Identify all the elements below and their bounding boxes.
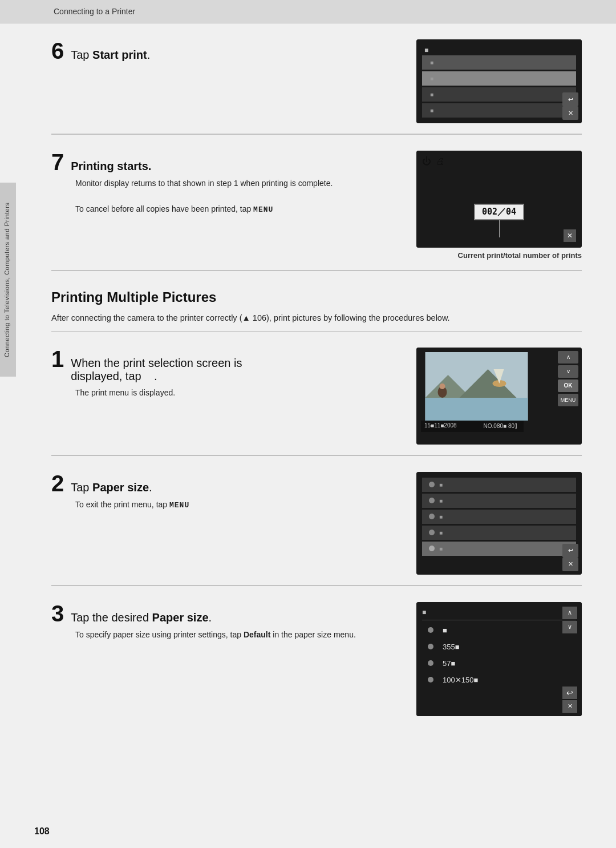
step-2-mp-number: 2 [51,472,64,495]
step-6-number: 6 [51,39,64,62]
ps-nav-buttons: ∧ ∨ [562,607,577,633]
ps-row-size2[interactable]: 57■ [422,656,576,671]
step-7-screen: ⏻ 🖨 002／04 ✕ [416,151,582,248]
step-7-row: 7 Printing starts. Monitor display retur… [51,135,582,270]
step-6-screen-wrapper: ■ ■ ■ ■ ■ ↩ [416,39,582,123]
step-6-screen: ■ ■ ■ ■ ■ ↩ [416,39,582,123]
page-number: 108 [34,826,50,837]
step-7-body2: To cancel before all copies have been pr… [75,203,394,216]
screen-caption: Current print/total number of prints [458,251,582,260]
step-7-body1: Monitor display returns to that shown in… [75,177,394,189]
step-3-mp-display: ■ ≡ ■ 355■ 57■ [416,602,582,716]
step-1-mp-subtext: The print menu is displayed. [75,386,394,399]
ps-back-button[interactable]: ↩ [562,687,577,699]
ps-row-size3[interactable]: 100✕150■ [422,672,576,688]
step-3-mp-text: 3 Tap the desired Paper size. To specify… [51,602,399,641]
ps-row-size1[interactable]: 355■ [422,639,576,655]
ps-x-button[interactable]: ✕ [562,700,577,713]
step-7-screen-wrapper: ⏻ 🖨 002／04 ✕ Current print/total number … [416,151,582,260]
menu-item-3: ■ [422,87,576,102]
step-1-mp-text: 1 When the print selection screen isdisp… [51,348,399,399]
step-3-mp-subtext: To specify paper size using printer sett… [75,628,394,641]
top-bar: Connecting to a Printer [0,0,616,23]
step-7-title-bold: Printing starts. [71,160,151,172]
print-counter: 002／04 [474,204,524,220]
papersize-top-row: ■ ≡ [422,608,576,620]
step-3-mp-screen: ■ ≡ ■ 355■ 57■ [416,602,582,716]
power-icon: ⏻ [422,156,431,167]
step-1-mp-display: 15■11■2008 NO.080■ 80】 ∧ ∨ OK MENU [416,348,582,445]
step-7-number: 7 [51,151,64,173]
svg-point-7 [440,383,445,389]
step-6-display: ■ ■ ■ ■ ■ ↩ [416,39,582,123]
ps-row-default[interactable]: ■ [422,623,576,638]
step-1-mp-screen-wrapper: 15■11■2008 NO.080■ 80】 ∧ ∨ OK MENU [416,348,582,445]
side-label: Connecting to Televisions, Computers and… [0,183,16,377]
step-3-mp-number: 3 [51,602,64,625]
back-btn[interactable]: ↩ [562,544,578,558]
mp-menu-row-5: ■ [422,542,576,556]
step-7-display: ⏻ 🖨 002／04 ✕ [416,151,582,248]
menu-item-2: ■ [422,71,576,86]
step-7-body: Monitor display returns to that shown in… [75,177,394,216]
step-2-back-button[interactable]: ↩ [562,544,578,558]
step-1-mp-right-buttons: ∧ ∨ OK MENU [558,351,578,406]
section-intro: After connecting the camera to the print… [51,311,582,325]
step-2-x-button[interactable]: ✕ [562,558,578,571]
step-6-top-icon: ■ [422,45,576,55]
x-button[interactable]: ✕ [562,106,578,120]
step-3-mp-screen-wrapper: ■ ≡ ■ 355■ 57■ [416,602,582,716]
step-7-text: 7 Printing starts. Monitor display retur… [51,151,399,216]
mp-menu-row-1: ■ [422,478,576,492]
step-6-x-button[interactable]: ✕ [562,106,578,120]
step-2-mp-bold: Paper size [92,481,149,494]
up-button[interactable]: ∧ [558,351,578,364]
section-title: Printing Multiple Pictures After connect… [51,284,582,325]
mp-menu-row-4: ■ [422,526,576,540]
print-icon: 🖨 [436,156,445,167]
photo-info: NO.080■ 80】 [484,422,520,430]
photo-preview [421,352,532,421]
down-button[interactable]: ∨ [558,365,578,378]
step-1-mp-body: The print menu is displayed. [75,386,394,399]
step-1-mp-screen: 15■11■2008 NO.080■ 80】 ∧ ∨ OK MENU [416,348,582,445]
step-2-mp-screen-wrapper: ■ ■ ■ ■ ■ ↩ ✕ [416,472,582,575]
menu-key: MENU [253,205,273,214]
step-7-title: Printing starts. [71,160,151,173]
photo-info-bar: 15■11■2008 NO.080■ 80】 [421,421,524,432]
step-2-mp-title: Tap Paper size. [71,481,152,494]
mp-menu-row-2: ■ [422,494,576,508]
step-2-menu-key: MENU [169,501,189,510]
section-title-heading: Printing Multiple Pictures [51,284,582,305]
ps-down-button[interactable]: ∨ [562,621,577,633]
step-6-title-bold: Start print [92,49,147,61]
step-6-row: 6 Tap Start print. ■ ■ ■ ■ [51,23,582,134]
ok-button[interactable]: OK [558,379,578,392]
photo-date: 15■11■2008 [424,422,457,430]
mp-menu-row-3: ■ [422,510,576,524]
step-2-mp-text: 2 Tap Paper size. To exit the print menu… [51,472,399,512]
counter-line [499,220,500,237]
step-6-text: 6 Tap Start print. [51,39,399,62]
menu-item-4: ■ [422,103,576,118]
step-3-mp-title: Tap the desired Paper size. [71,611,212,624]
step-2-mp-display: ■ ■ ■ ■ ■ ↩ ✕ [416,472,582,575]
step-3-mp-bold-default: Default [244,630,270,639]
menu-button[interactable]: MENU [558,394,578,406]
ps-up-button[interactable]: ∧ [562,607,577,619]
x-btn[interactable]: ✕ [562,558,578,571]
step-7-x-button[interactable]: ✕ [564,229,576,242]
step-2-mp-body: To exit the print menu, tap MENU [75,498,394,512]
counter-area: 002／04 [422,175,576,237]
step-1-mp-number: 1 [51,348,64,370]
back-button[interactable]: ↩ [562,92,578,106]
top-bar-label: Connecting to a Printer [54,7,135,16]
step-7-icons: ⏻ 🖨 [422,156,576,167]
step-3-mp-bold: Paper size [152,611,209,624]
step-3-mp-body: To specify paper size using printer sett… [75,628,394,641]
step-1-mp-row: 1 When the print selection screen isdisp… [51,332,582,455]
step-1-mp-title: When the print selection screen isdispla… [71,357,242,383]
step-2-mp-subtext: To exit the print menu, tap MENU [75,498,394,512]
step-6-title: Tap Start print. [71,49,150,62]
step-2-mp-row: 2 Tap Paper size. To exit the print menu… [51,456,582,585]
